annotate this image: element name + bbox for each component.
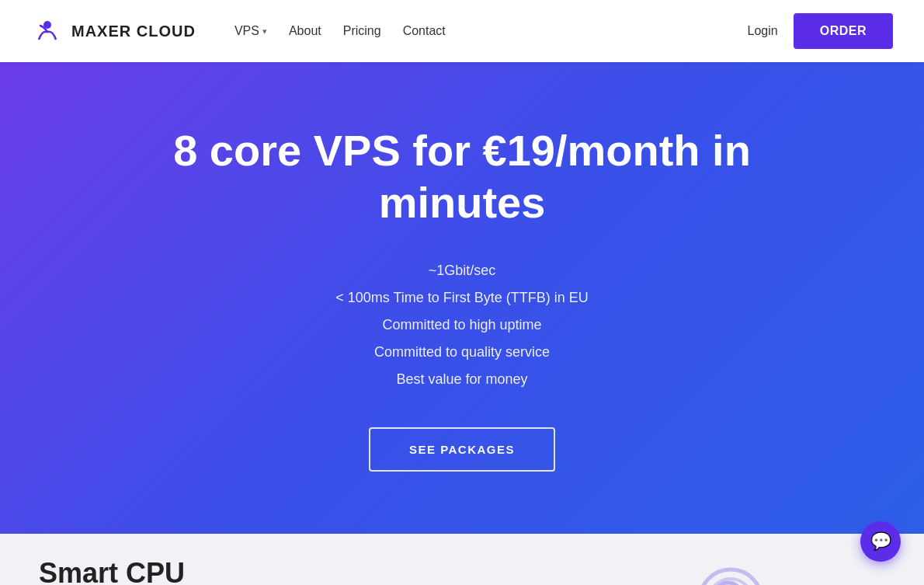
hero-section: 8 core VPS for €19/month in minutes ~1Gb… — [0, 62, 924, 534]
bottom-section: Smart CPU 8 core speed is just €19/month… — [0, 534, 924, 585]
bottom-title: Smart CPU — [39, 557, 229, 585]
chat-icon: 💬 — [870, 531, 891, 552]
see-packages-button[interactable]: SEE PACKAGES — [369, 427, 555, 472]
hero-feature-4: Best value for money — [335, 368, 589, 391]
navbar: MAXER CLOUD VPS ▾ About Pricing Contact … — [0, 0, 924, 62]
logo-icon — [31, 15, 64, 47]
hero-feature-0: ~1Gbit/sec — [335, 259, 589, 282]
nav-label-pricing: Pricing — [343, 24, 381, 38]
hero-features: ~1Gbit/sec < 100ms Time to First Byte (T… — [335, 259, 589, 390]
nav-label-contact: Contact — [403, 24, 446, 38]
hero-title: 8 core VPS for €19/month in minutes — [113, 124, 811, 228]
bottom-logo-area: Revain — [696, 566, 877, 585]
bottom-text: Smart CPU 8 core speed is just €19/month — [39, 557, 229, 585]
nav-links: VPS ▾ About Pricing Contact — [234, 24, 446, 38]
logo[interactable]: MAXER CLOUD — [31, 15, 196, 47]
chat-bubble[interactable]: 💬 — [860, 521, 901, 562]
hero-feature-1: < 100ms Time to First Byte (TTFB) in EU — [335, 287, 589, 309]
nav-item-vps[interactable]: VPS ▾ — [234, 24, 267, 38]
nav-item-pricing[interactable]: Pricing — [343, 24, 381, 38]
logo-text: MAXER CLOUD — [71, 23, 196, 40]
order-button[interactable]: ORDER — [794, 13, 893, 49]
hero-feature-3: Committed to quality service — [335, 341, 589, 364]
chevron-down-icon: ▾ — [262, 26, 267, 37]
hero-feature-2: Committed to high uptime — [335, 314, 589, 336]
navbar-left: MAXER CLOUD VPS ▾ About Pricing Contact — [31, 15, 446, 47]
navbar-right: Login ORDER — [748, 13, 893, 49]
nav-label-vps: VPS — [234, 24, 259, 38]
nav-item-contact[interactable]: Contact — [403, 24, 446, 38]
login-link[interactable]: Login — [748, 24, 778, 38]
nav-item-about[interactable]: About — [289, 24, 321, 38]
nav-label-about: About — [289, 24, 321, 38]
revain-icon — [696, 566, 766, 585]
